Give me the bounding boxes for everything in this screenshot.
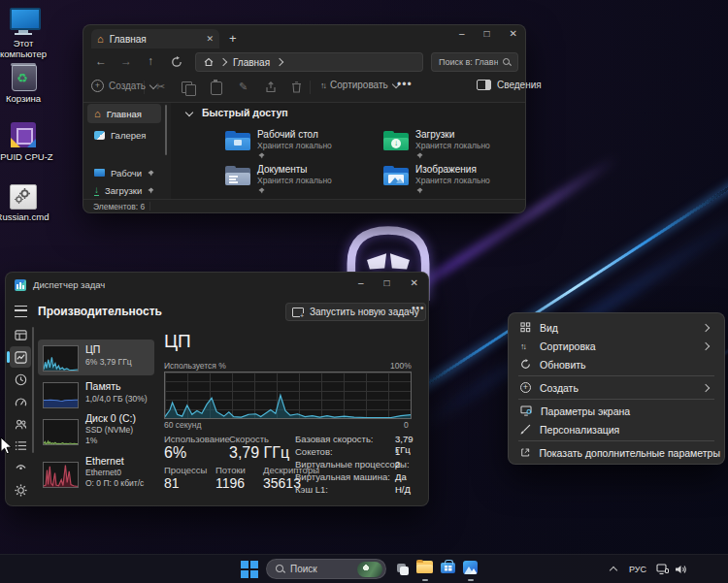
perf-card-disk[interactable]: Диск 0 (C:) SSD (NVMe) 1% — [38, 410, 154, 453]
home-breadcrumb-icon[interactable] — [204, 57, 214, 67]
item-name: Документы — [257, 164, 308, 175]
sidebar-item-desktop[interactable]: Рабочий сто — [87, 164, 161, 181]
sidebar-scrollbar[interactable] — [165, 105, 167, 155]
breadcrumb[interactable]: Главная — [233, 57, 270, 68]
rename-icon[interactable]: ✎ — [239, 81, 248, 93]
explorer-tab[interactable]: ⌂ Главная ✕ — [91, 29, 219, 49]
new-icon: + — [520, 382, 531, 393]
run-new-task-button[interactable]: + Запустить новую задачу — [285, 303, 426, 321]
taskbar-photos-button[interactable] — [462, 559, 480, 582]
section-collapse-icon[interactable] — [185, 109, 193, 116]
start-button[interactable] — [241, 561, 258, 578]
settings-gear-icon[interactable] — [15, 484, 27, 497]
taskbar-search[interactable]: Поиск — [266, 559, 386, 579]
sort-button[interactable]: ↑↓ Сортировать — [320, 80, 399, 90]
desktop-icon-cpu-z[interactable]: CPUID CPU-Z — [0, 122, 54, 162]
address-bar[interactable]: Главная — [195, 52, 423, 72]
display-settings-icon — [520, 405, 532, 416]
close-button[interactable]: ✕ — [510, 28, 517, 39]
sidebar-item-home[interactable]: ⌂ Главная — [87, 104, 161, 123]
network-icon[interactable] — [656, 564, 669, 575]
taskbar-explorer-button[interactable] — [416, 559, 434, 582]
tray-overflow-chevron[interactable] — [610, 567, 617, 574]
task-view-button[interactable] — [394, 561, 412, 578]
startup-apps-icon[interactable] — [15, 396, 27, 408]
breadcrumb-chevron-icon[interactable] — [276, 58, 283, 66]
details-icon[interactable] — [15, 439, 27, 452]
maximize-button[interactable]: □ — [484, 28, 490, 39]
create-button[interactable]: + Создать — [91, 80, 156, 92]
desktop-icon-recycle-bin[interactable]: ♻ Корзина — [0, 63, 54, 104]
item-sub: Хранится локально — [257, 141, 332, 150]
card-sub: 1,0/4,0 ГБ (30%) — [85, 394, 148, 404]
gallery-icon — [94, 131, 105, 140]
desktop-icon-this-pc[interactable]: Этот компьютер — [0, 8, 54, 59]
quick-access-item-pictures[interactable]: Изображения Хранится локально — [376, 163, 521, 196]
language-indicator[interactable]: РУС — [629, 565, 646, 574]
tab-close-icon[interactable]: ✕ — [206, 34, 214, 44]
app-history-icon[interactable] — [15, 373, 27, 386]
details-toggle-button[interactable]: Сведения — [477, 80, 542, 90]
view-icon — [520, 322, 531, 333]
menu-item-refresh[interactable]: Обновить — [513, 355, 720, 373]
minimize-button[interactable]: – — [358, 277, 364, 288]
item-name: Загрузки — [415, 129, 454, 140]
processes-icon[interactable] — [15, 329, 27, 341]
task-manager-window: Диспетчер задач – □ ✕ Производительность… — [5, 272, 429, 506]
tm-rail-scrollbar[interactable] — [32, 327, 34, 453]
perf-card-memory[interactable]: Память 1,0/4,0 ГБ (30%) — [38, 377, 154, 410]
back-icon[interactable]: ← — [95, 54, 107, 68]
search-highlight-image[interactable] — [357, 562, 382, 577]
taskbar-store-button[interactable] — [440, 559, 457, 582]
quick-access-item-downloads[interactable]: ↓ Загрузки Хранится локально — [376, 128, 521, 161]
sidebar-item-downloads[interactable]: ↓ Загрузки — [87, 181, 161, 199]
menu-item-sort[interactable]: ↑↓ Сортировка — [513, 337, 720, 355]
sidebar-item-gallery[interactable]: Галерея — [87, 125, 161, 145]
delete-icon[interactable] — [291, 81, 302, 93]
explorer-toolbar: + Создать ✂ ✎ ↑↓ Сортировать ••• Сведени… — [83, 76, 525, 101]
section-title[interactable]: Быстрый доступ — [202, 107, 288, 118]
minimize-button[interactable]: – — [459, 28, 465, 39]
info-label: Виртуальная машина: — [295, 471, 390, 482]
users-icon[interactable] — [15, 418, 27, 431]
up-icon[interactable]: ↑ — [148, 54, 153, 68]
menu-item-personalize[interactable]: Персонализация — [513, 420, 720, 438]
plus-circle-icon: + — [91, 80, 104, 92]
cut-icon[interactable]: ✂ — [156, 81, 165, 93]
tm-more-icon[interactable]: ••• — [412, 302, 424, 313]
item-sub: Хранится локально — [415, 141, 490, 150]
performance-tab-selected[interactable] — [10, 346, 31, 368]
more-options-icon[interactable]: ••• — [397, 78, 413, 91]
menu-item-view[interactable]: Вид — [513, 318, 720, 337]
card-sub: Ethernet0 — [85, 468, 121, 477]
perf-card-cpu[interactable]: ЦП 6% 3,79 ГГц — [38, 340, 154, 375]
desktop-icon-russian-cmd[interactable]: Russian.cmd — [0, 184, 53, 222]
quick-access-item-documents[interactable]: Документы Хранится локально — [217, 163, 373, 196]
refresh-icon[interactable] — [171, 56, 182, 68]
running-indicator — [468, 579, 474, 581]
card-sub2: 1% — [85, 436, 97, 445]
home-icon: ⌂ — [97, 34, 104, 45]
new-tab-button[interactable]: + — [229, 31, 237, 46]
home-icon: ⌂ — [94, 108, 101, 119]
submenu-chevron-icon — [702, 341, 710, 349]
share-icon[interactable] — [265, 81, 277, 93]
stat-threads-label: Потоки — [215, 465, 246, 475]
submenu-chevron-icon — [702, 383, 710, 391]
menu-item-new[interactable]: + Создать — [513, 378, 720, 397]
menu-item-show-more-options[interactable]: Показать дополнительные параметры — [513, 443, 720, 462]
memory-thumb-graph — [43, 382, 79, 408]
services-icon[interactable] — [15, 460, 27, 472]
menu-item-display-settings[interactable]: Параметры экрана — [513, 402, 720, 420]
paste-icon[interactable] — [211, 81, 222, 95]
forward-icon[interactable]: → — [120, 54, 132, 68]
perf-card-ethernet[interactable]: Ethernet Ethernet0 О: 0 П: 0 кбит/с — [38, 453, 154, 498]
mouse-cursor — [0, 437, 13, 455]
close-button[interactable]: ✕ — [411, 277, 418, 288]
quick-access-item-desktop[interactable]: Рабочий стол Хранится локально — [217, 128, 373, 161]
explorer-search-box[interactable]: Поиск в: Главн — [431, 52, 518, 72]
hamburger-menu-icon[interactable] — [15, 306, 27, 317]
volume-icon[interactable] — [675, 564, 687, 575]
breadcrumb-chevron-icon — [219, 58, 227, 66]
maximize-button[interactable]: □ — [384, 277, 390, 288]
